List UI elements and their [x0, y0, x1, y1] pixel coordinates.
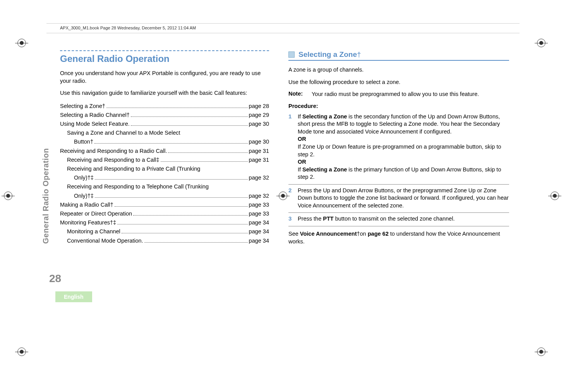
toc-entry: Using Mode Select Feature.page 30	[60, 120, 269, 128]
procedure-label: Procedure:	[288, 103, 509, 109]
footer-paragraph: See Voice Announcement†on page 62 to und…	[288, 230, 509, 245]
toc-entry: Selecting a Zone†page 28	[60, 102, 269, 111]
intro-paragraph-2: Use this navigation guide to familiarize…	[60, 89, 269, 97]
toc-leader-dots	[117, 224, 248, 224]
toc-label: Selecting a Radio Channel†	[60, 111, 130, 120]
toc-entry: Receiving and Responding to a Call‡page …	[60, 156, 269, 164]
step-number: 3	[288, 215, 294, 223]
toc-label: Making a Radio Call†	[60, 200, 113, 209]
crop-mark-mid-left	[4, 192, 15, 203]
toc-leader-dots	[122, 233, 248, 233]
toc-entry: Receiving and Responding to a Telephone …	[60, 182, 269, 191]
toc-leader-dots	[106, 108, 248, 108]
step1-or-1: OR	[298, 136, 306, 142]
heading-dagger: †	[357, 50, 361, 58]
right-column: Selecting a Zone† A zone is a group of c…	[288, 50, 509, 250]
toc-label: Receiving and Responding to a Radio Call…	[60, 147, 167, 156]
footer-bold-1: Voice Announcement	[300, 231, 357, 237]
step-text: Press the PTT button to transmit on the …	[298, 215, 509, 223]
header-book-info: APX_3000_M1.book Page 28 Wednesday, Dece…	[60, 26, 196, 30]
header-rule-bottom	[46, 33, 520, 33]
toc-page: page 34	[249, 236, 269, 245]
toc-page: page 32	[249, 192, 269, 200]
toc-page: page 31	[249, 156, 269, 164]
procedure-step-2: 2 Press the Up and Down Arrow Buttons, o…	[288, 187, 509, 211]
toc-leader-dots	[95, 179, 248, 180]
left-column: General Radio Operation 28 English Gener…	[48, 50, 269, 250]
step3-t3: button to transmit on the selected zone …	[334, 216, 455, 222]
note-block: Note: Your radio must be preprogrammed t…	[288, 91, 509, 98]
language-tab: English	[55, 291, 92, 302]
toc-page: page 31	[249, 147, 269, 156]
step1-part2: If Zone Up or Down feature is pre-progra…	[298, 144, 501, 157]
step-number: 1	[288, 113, 294, 181]
toc-page: page 32	[249, 173, 269, 182]
toc-leader-dots	[131, 116, 248, 117]
toc-entry: Receiving and Responding to a Private Ca…	[60, 164, 269, 173]
intro-paragraph-1: Once you understand how your APX Portabl…	[60, 70, 269, 85]
page-content: General Radio Operation 28 English Gener…	[48, 50, 527, 250]
toc-entry: Repeater or Direct Operationpage 33	[60, 209, 269, 218]
step-separator	[288, 184, 509, 185]
toc-label: Saving a Zone and Channel to a Mode Sele…	[67, 128, 180, 137]
toc-label: Repeater or Direct Operation	[60, 209, 132, 218]
heading-label: Selecting a Zone	[298, 50, 357, 58]
footer-page-ref: page 62	[368, 231, 389, 237]
toc-entry: Conventional Mode Operation.page 34	[60, 236, 269, 245]
toc-leader-dots	[133, 215, 247, 216]
toc-leader-dots	[94, 143, 248, 144]
toc-page: page 34	[249, 218, 269, 227]
toc-leader-dots	[168, 152, 247, 153]
toc-entry: Selecting a Radio Channel†page 29	[60, 111, 269, 120]
body-paragraph-2: Use the following procedure to select a …	[288, 79, 509, 86]
step1-bold-1: Selecting a Zone	[302, 113, 347, 120]
toc-label: Selecting a Zone†	[60, 102, 105, 111]
toc-entry: Button†page 30	[60, 137, 269, 146]
toc-page: page 30	[249, 120, 269, 128]
toc-label: Button†	[74, 137, 93, 146]
toc-leader-dots	[115, 206, 248, 207]
table-of-contents: Selecting a Zone†page 28Selecting a Radi…	[60, 102, 269, 245]
crop-mark-top-left	[17, 39, 29, 50]
side-tab-label: General Radio Operation	[41, 148, 50, 244]
toc-label: Receiving and Responding to a Call‡	[67, 156, 160, 164]
toc-entry: Receiving and Responding to a Radio Call…	[60, 147, 269, 156]
toc-page: page 30	[249, 137, 269, 146]
step-text: Press the Up and Down Arrow Buttons, or …	[298, 187, 509, 210]
toc-entry: Only)†‡page 32	[60, 173, 269, 182]
page-number: 28	[49, 272, 61, 285]
toc-label: Receiving and Responding to a Telephone …	[67, 182, 209, 191]
toc-label: Only)†‡	[74, 192, 94, 200]
step-separator	[288, 212, 509, 213]
toc-entry: Monitoring Features†‡page 34	[60, 218, 269, 227]
toc-page: page 33	[249, 209, 269, 218]
heading-bullet-icon	[288, 51, 295, 58]
toc-label: Only)†‡	[74, 173, 94, 182]
step3-t1: Press the	[298, 216, 323, 222]
toc-label: Conventional Mode Operation.	[67, 236, 143, 245]
note-label: Note:	[288, 91, 307, 98]
body-paragraph-1: A zone is a group of channels.	[288, 66, 509, 74]
toc-leader-dots	[95, 197, 248, 198]
crop-mark-mid-right	[551, 192, 562, 203]
procedure-step-3: 3 Press the PTT button to transmit on th…	[288, 215, 509, 224]
heading-rule	[288, 60, 509, 61]
toc-leader-dots	[161, 161, 248, 162]
toc-label: Using Mode Select Feature.	[60, 120, 130, 128]
step1-bold-2: Selecting a Zone	[302, 166, 347, 173]
step1-part1a: If	[298, 113, 302, 120]
toc-page: page 33	[249, 200, 269, 209]
toc-entry: Only)†‡page 32	[60, 192, 269, 200]
footer-t3: †on	[357, 231, 367, 237]
toc-label: Receiving and Responding to a Private Ca…	[67, 164, 200, 173]
footer-t1: See	[288, 231, 300, 237]
toc-label: Monitoring a Channel	[67, 227, 120, 236]
section-title-rule	[60, 50, 269, 51]
subsection-heading: Selecting a Zone†	[288, 50, 509, 59]
toc-entry: Monitoring a Channelpage 34	[60, 227, 269, 236]
toc-entry: Saving a Zone and Channel to a Mode Sele…	[60, 128, 269, 137]
toc-page: page 28	[249, 102, 269, 111]
crop-mark-bottom-right	[537, 347, 549, 359]
note-text: Your radio must be preprogrammed to allo…	[312, 91, 479, 98]
procedure-step-1: 1 If Selecting a Zone is the secondary f…	[288, 113, 509, 183]
